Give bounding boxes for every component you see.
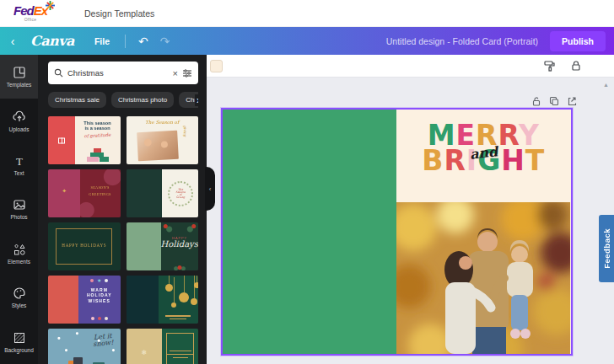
thumb-wreath-panel: The Season of Giving bbox=[162, 169, 198, 217]
sidebar-item-uploads[interactable]: Uploads bbox=[0, 99, 38, 142]
template-thumbnail[interactable]: Let itsnow! bbox=[48, 329, 121, 364]
design-page[interactable]: MERRY BRIGHT and bbox=[221, 108, 573, 356]
tiny-text-lines bbox=[162, 351, 198, 359]
sidebar-item-styles[interactable]: Styles bbox=[0, 276, 38, 319]
thumb-sage-panel bbox=[127, 222, 161, 270]
background-color-swatch[interactable] bbox=[210, 60, 223, 72]
holiday-icons bbox=[78, 316, 121, 321]
thumb-green-panel bbox=[127, 169, 163, 217]
duplicate-icon[interactable] bbox=[549, 96, 559, 106]
thumb-purple-panel: ★ WARMHOLIDAYWISHES bbox=[78, 276, 121, 324]
template-thumbnail[interactable]: ❄ bbox=[127, 329, 199, 364]
sidebar-item-photos[interactable]: Photos bbox=[0, 187, 38, 231]
undo-button[interactable]: ↶ bbox=[132, 35, 154, 48]
chip-christmas-photo[interactable]: Christmas photo bbox=[111, 92, 174, 108]
paint-roller-icon[interactable] bbox=[544, 60, 556, 72]
photos-icon bbox=[13, 198, 26, 211]
holiday-icons: ★ bbox=[78, 278, 121, 283]
card-green-panel[interactable] bbox=[223, 110, 396, 354]
gift-icon bbox=[58, 137, 65, 143]
canva-logo[interactable]: Canva bbox=[30, 33, 74, 49]
page-controls bbox=[531, 96, 577, 106]
thumb-holly-panel: HAPPY Holidays bbox=[161, 222, 198, 270]
gift-stack-illustration bbox=[85, 148, 110, 162]
thumb-tan-panel: ❄ bbox=[127, 329, 163, 364]
elements-icon bbox=[13, 243, 26, 256]
app-window: FedEx Office Design Templates ‹ Canva Fi… bbox=[0, 0, 614, 364]
fedex-star-icon bbox=[46, 1, 55, 10]
sidebar-item-elements[interactable]: Elements bbox=[0, 232, 38, 276]
fedex-office-label: Office bbox=[24, 18, 37, 22]
template-thumbnail[interactable]: HAPPY Holidays bbox=[127, 222, 199, 270]
chips-scroll-arrow[interactable]: › bbox=[195, 94, 198, 106]
thumb-foliage-panel: SEASON'SGREETINGS bbox=[80, 169, 120, 217]
search-box[interactable]: × bbox=[48, 62, 198, 84]
search-input[interactable] bbox=[67, 68, 169, 78]
fedex-logo[interactable]: FedEx Office bbox=[13, 4, 47, 22]
file-menu-button[interactable]: File bbox=[86, 36, 118, 46]
template-thumbnail[interactable]: ★ WARMHOLIDAYWISHES bbox=[48, 276, 121, 324]
document-title[interactable]: Untitled design - Folded Card (Portrait) bbox=[386, 36, 538, 46]
templates-panel: × Christmas sale Christmas photo Chris ›… bbox=[38, 55, 207, 364]
gift-pile-illustration bbox=[48, 355, 121, 364]
wreath-illustration: The Season of Giving bbox=[168, 181, 193, 206]
templates-icon bbox=[13, 66, 26, 79]
family-photo[interactable] bbox=[396, 202, 570, 354]
context-toolbar bbox=[207, 55, 614, 78]
thumb-coral-panel bbox=[48, 276, 78, 324]
canvas-area: ▲ MERRY BRIGHT and bbox=[207, 55, 614, 364]
sidebar-item-background[interactable]: Background bbox=[0, 320, 38, 364]
feedback-button[interactable]: Feedback bbox=[599, 215, 614, 282]
fedex-header: FedEx Office Design Templates bbox=[0, 0, 614, 27]
thumb-framed-panel bbox=[162, 329, 198, 364]
template-thumbnail[interactable]: ✦ SEASON'SGREETINGS bbox=[48, 169, 121, 217]
sidebar-item-templates[interactable]: Templates bbox=[0, 55, 38, 99]
styles-icon bbox=[13, 286, 26, 300]
thumb-text-panel: This seasonis a season of gratitude bbox=[75, 116, 120, 164]
gold-frame: HAPPY HOLIDAYS bbox=[56, 228, 112, 264]
gold-frame bbox=[166, 333, 194, 364]
sidebar-item-text[interactable]: T Text bbox=[0, 143, 38, 187]
back-button[interactable]: ‹ bbox=[0, 35, 25, 48]
panel-collapse-handle[interactable]: ‹ bbox=[205, 167, 215, 211]
toolbar-divider bbox=[125, 35, 126, 48]
canva-toolbar: ‹ Canva File ↶ ↷ Untitled design - Folde… bbox=[0, 27, 614, 55]
template-thumbnail[interactable]: HAPPY HOLIDAYS bbox=[48, 222, 121, 270]
clear-search-icon[interactable]: × bbox=[169, 68, 182, 78]
card-front-panel[interactable]: MERRY BRIGHT and bbox=[396, 110, 571, 354]
search-icon bbox=[54, 68, 63, 78]
thumb-baubles-panel bbox=[159, 276, 198, 324]
sidebar-rail: Templates Uploads T Text Photos Elements… bbox=[0, 55, 38, 364]
chip-christmas-sale[interactable]: Christmas sale bbox=[48, 92, 106, 108]
filter-icon[interactable] bbox=[182, 68, 192, 78]
svg-text:T: T bbox=[16, 155, 23, 168]
unlock-icon[interactable] bbox=[531, 96, 541, 106]
text-icon: T bbox=[13, 154, 26, 168]
family-photo-thumb bbox=[137, 131, 179, 161]
export-icon[interactable] bbox=[567, 96, 577, 106]
scrollbar-up-arrow[interactable]: ▲ bbox=[603, 82, 609, 88]
thumb-magenta-panel: ✦ bbox=[48, 169, 80, 217]
template-thumbnail[interactable]: This seasonis a season of gratitude bbox=[48, 116, 121, 164]
thumb-teal-panel bbox=[127, 276, 159, 324]
template-grid: This seasonis a season of gratitude The … bbox=[48, 116, 198, 364]
template-thumbnail[interactable] bbox=[127, 276, 199, 324]
fedex-wordmark: FedEx bbox=[13, 4, 47, 17]
uploads-icon bbox=[13, 110, 26, 124]
publish-button[interactable]: Publish bbox=[550, 31, 606, 51]
page-title: Design Templates bbox=[84, 8, 154, 19]
redo-button[interactable]: ↷ bbox=[154, 35, 176, 48]
background-icon bbox=[13, 331, 26, 345]
search-chips: Christmas sale Christmas photo Chris › bbox=[48, 92, 198, 108]
template-thumbnail[interactable]: The Season of giving bbox=[127, 116, 199, 164]
template-thumbnail[interactable]: The Season of Giving bbox=[127, 169, 199, 217]
tiny-text-lines bbox=[159, 315, 198, 319]
snowflake-icon: ❄ bbox=[142, 349, 148, 356]
lock-icon[interactable] bbox=[570, 60, 582, 72]
thumb-red-panel bbox=[48, 116, 75, 164]
